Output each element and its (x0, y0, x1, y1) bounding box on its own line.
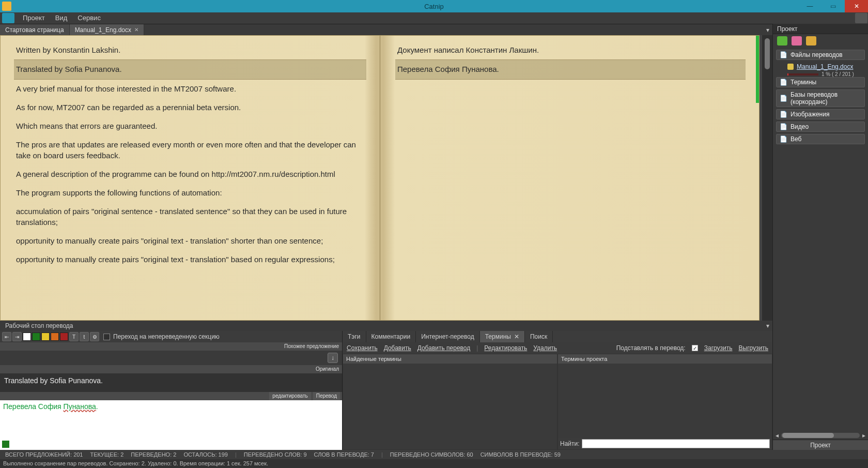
similar-area: ↓ (0, 351, 342, 365)
terms-delete-link[interactable]: Удалить (533, 344, 557, 352)
tool-prev-icon[interactable]: ⇤ (2, 332, 11, 341)
found-terms-header: Найденные термины (343, 354, 557, 364)
project-remove-icon[interactable] (792, 36, 802, 46)
tab-start-label: Стартовая страница (5, 24, 64, 36)
progress-marker (756, 36, 759, 103)
status-translated: ПЕРЕВЕДЕНО: 2 (131, 451, 176, 458)
tab-start-page[interactable]: Стартовая страница (0, 24, 70, 35)
tab-search[interactable]: Поиск (525, 331, 553, 342)
translation-input[interactable]: Перевела София Пунанова. (0, 400, 342, 450)
goto-untranslated-checkbox[interactable] (103, 334, 110, 340)
segment-source-selected[interactable]: Translated by Sofia Punanova. (14, 59, 366, 79)
project-footer-tab[interactable]: Проект (773, 440, 868, 450)
hscroll-right-icon[interactable]: ▸ (860, 432, 868, 439)
tab-internet[interactable]: Интернет-перевод (416, 331, 480, 342)
tab-terms[interactable]: Термины ✕ (480, 331, 525, 342)
tree-group-files[interactable]: 📄 Файлы переводов (776, 50, 865, 60)
book-scrollbar[interactable] (762, 35, 772, 321)
segment-target[interactable]: Документ написал Константин Лакшин. (395, 41, 746, 59)
menu-service[interactable]: Сервис (72, 12, 106, 24)
segment-target-selected[interactable]: Перевела София Пунанова. (395, 59, 746, 79)
tab-close-icon[interactable]: ✕ (134, 24, 138, 36)
project-panel-toolbar (773, 34, 868, 48)
project-terms-header: Термины проекта (558, 354, 772, 364)
segment-source[interactable]: Written by Konstantin Lakshin. (14, 41, 366, 59)
tree-group-video-label: Видео (791, 123, 809, 130)
translate-mode-label[interactable]: Перевод (313, 392, 340, 400)
tree-group-terms[interactable]: 📄 Термины (776, 77, 865, 87)
found-terms-list[interactable] (343, 364, 557, 449)
workbench-toolbar: ⇤ ⇥ T t ⚙ Переход на непереведенную секц… (0, 331, 342, 342)
segment-source[interactable]: accumulation of pairs "original sentence… (14, 202, 366, 232)
menu-project[interactable]: Проект (18, 12, 50, 24)
segment-source[interactable]: The pros are that updates are released e… (14, 135, 366, 165)
edit-text-spellerror: Пунанова (64, 402, 96, 411)
tab-terms-close-icon[interactable]: ✕ (514, 331, 519, 342)
tree-group-images-label: Изображения (791, 111, 829, 118)
project-hscroll[interactable]: ◂ ▸ (773, 431, 868, 440)
tab-overflow-icon[interactable]: ▾ (763, 24, 772, 35)
edit-mode-label[interactable]: редактировать (269, 392, 311, 400)
project-add-icon[interactable] (777, 36, 787, 46)
tool-font-up-icon[interactable]: T (69, 332, 79, 341)
goto-untranslated-label: Переход на непереведенную секцию (113, 333, 220, 340)
status-green-swatch[interactable] (32, 333, 40, 341)
terms-save-link[interactable]: Сохранить (347, 344, 378, 352)
segment-source[interactable]: opportunity to manually create pairs "or… (14, 250, 366, 269)
terms-unload-link[interactable]: Выгрузить (739, 344, 769, 352)
segment-source[interactable]: The program supports the following funct… (14, 184, 366, 202)
original-header: Оригинал (0, 365, 342, 373)
hscroll-track[interactable] (781, 433, 860, 438)
segment-source[interactable]: opportunity to manually create pairs "or… (14, 232, 366, 250)
tree-group-images[interactable]: 📄 Изображения (776, 109, 865, 119)
workbench-title-bar: Рабочий стол перевода ▾ (0, 321, 772, 331)
tree-group-tm[interactable]: 📄 Базы переводов (коркорданс) (776, 89, 865, 107)
hscroll-left-icon[interactable]: ◂ (773, 432, 781, 439)
app-menu-icon[interactable] (2, 13, 14, 23)
minimize-button[interactable]: — (798, 0, 822, 12)
tree-file[interactable]: Manual_1_Eng.docx (776, 62, 865, 71)
status-total: ВСЕГО ПРЕДЛОЖЕНИЙ: 201 (5, 451, 83, 458)
menu-right-button[interactable] (855, 13, 867, 23)
project-terms-list[interactable] (558, 364, 772, 438)
terms-add-translation-link[interactable]: Добавить перевод (417, 344, 471, 352)
tab-document[interactable]: Manual_1_Eng.docx ✕ (70, 24, 144, 35)
app-icon (2, 2, 11, 11)
segment-source[interactable]: Which means that errors are guaranteed. (14, 117, 366, 135)
tab-terms-label: Термины (485, 331, 511, 342)
close-button[interactable]: ✕ (845, 0, 868, 12)
terms-find-input[interactable] (582, 439, 770, 448)
tool-next-icon[interactable]: ⇥ (12, 332, 22, 341)
project-folder-icon[interactable] (806, 36, 816, 46)
menu-view[interactable]: Вид (50, 12, 73, 24)
segment-status-swatch[interactable] (2, 441, 9, 448)
maximize-button[interactable]: ▭ (822, 0, 845, 12)
terms-insert-checkbox[interactable]: ✓ (692, 345, 698, 351)
similar-apply-icon[interactable]: ↓ (328, 353, 338, 363)
hscroll-thumb[interactable] (782, 433, 834, 438)
segment-source[interactable]: A very brief manual for those interested… (14, 80, 366, 98)
workbench-left: ⇤ ⇥ T t ⚙ Переход на непереведенную секц… (0, 331, 343, 450)
status-white-swatch[interactable] (23, 333, 31, 341)
segment-source[interactable]: As for now, MT2007 can be regarded as a … (14, 98, 366, 117)
statusbar: ВСЕГО ПРЕДЛОЖЕНИЙ: 201 ТЕКУЩЕЕ: 2 ПЕРЕВЕ… (0, 450, 868, 459)
terms-edit-link[interactable]: Редактировать (484, 344, 527, 352)
tool-font-down-icon[interactable]: t (80, 332, 89, 341)
workbench-collapse-icon[interactable]: ▾ (766, 321, 772, 331)
status-left: ОСТАЛОСЬ: 199 (183, 451, 227, 458)
tab-comments[interactable]: Комментарии (366, 331, 416, 342)
scroll-thumb[interactable] (765, 38, 770, 69)
progress-bar (787, 73, 818, 76)
terms-load-link[interactable]: Загрузить (704, 344, 733, 352)
tab-tags[interactable]: Тэги (343, 331, 366, 342)
tree-group-video[interactable]: 📄 Видео (776, 122, 865, 132)
status-current: ТЕКУЩЕЕ: 2 (90, 451, 123, 458)
segment-source[interactable]: A general description of the programme c… (14, 165, 366, 184)
status-red-swatch[interactable] (60, 333, 68, 341)
status-yellow-swatch[interactable] (41, 333, 50, 341)
tab-document-label: Manual_1_Eng.docx (75, 24, 131, 36)
tool-gear-icon[interactable]: ⚙ (90, 332, 99, 341)
status-orange-swatch[interactable] (51, 333, 59, 341)
tree-group-web[interactable]: 📄 Веб (776, 134, 865, 144)
terms-add-link[interactable]: Добавить (384, 344, 411, 352)
